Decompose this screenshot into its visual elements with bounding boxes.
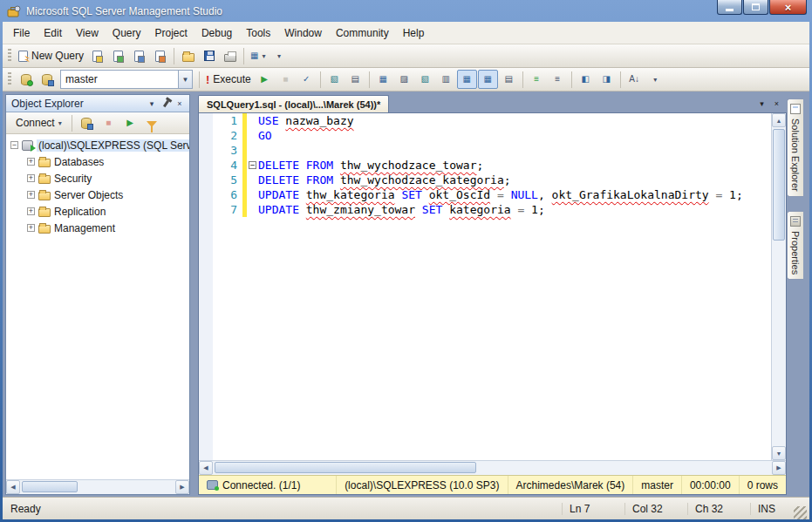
code-editor[interactable]: 1USE nazwa_bazy2GO34−DELETE FROM thw_wyc…: [199, 113, 771, 460]
disconnect-button[interactable]: [77, 113, 97, 132]
editor-hscrollbar[interactable]: ◀ ▶: [199, 460, 786, 475]
uncomment-selection-button[interactable]: ≡: [548, 70, 568, 89]
tree-node-server[interactable]: − (local)\SQLEXPRESS (SQL Server: [6, 137, 189, 153]
code-line[interactable]: 4−DELETE FROM thw_wychodzace_towar;: [199, 158, 771, 173]
menu-item-project[interactable]: Project: [148, 24, 194, 43]
increase-indent-button[interactable]: ◨: [597, 70, 617, 89]
database-engine-query-button[interactable]: [87, 46, 107, 65]
decrease-indent-button[interactable]: ◧: [576, 70, 596, 89]
scroll-right-icon[interactable]: ▶: [772, 461, 786, 475]
tree-node-management[interactable]: + Management: [6, 220, 189, 236]
object-explorer-header[interactable]: Object Explorer ▾ ×: [6, 95, 189, 112]
fold-collapse-icon[interactable]: −: [249, 161, 256, 169]
combo-dropdown-icon[interactable]: ▼: [178, 71, 192, 88]
code-lines[interactable]: 1USE nazwa_bazy2GO34−DELETE FROM thw_wyc…: [199, 113, 771, 217]
menu-item-edit[interactable]: Edit: [37, 24, 69, 43]
code-text[interactable]: UPDATE thw_kategoria SET okt_OscId = NUL…: [258, 187, 743, 202]
tree-expand-icon[interactable]: +: [27, 224, 35, 232]
analysis-mdx-query-button[interactable]: [108, 46, 128, 65]
connect-database-button[interactable]: [16, 70, 36, 89]
auto-hide-pin-button[interactable]: [159, 97, 173, 110]
code-line[interactable]: 3: [199, 143, 771, 158]
code-text[interactable]: USE nazwa_bazy: [258, 113, 354, 128]
document-tab-active[interactable]: SQLQuery1.sql - (local)\...\Marek (54))*: [198, 95, 389, 112]
code-text[interactable]: UPDATE thw_zmiany_towar SET kategoria = …: [258, 202, 545, 217]
print-button[interactable]: [220, 46, 240, 65]
editor-vscrollbar[interactable]: ▲ ▼: [771, 113, 786, 460]
menu-item-community[interactable]: Community: [329, 24, 396, 43]
code-line[interactable]: 1USE nazwa_bazy: [199, 113, 771, 128]
line-number[interactable]: 2: [213, 128, 242, 143]
code-line[interactable]: 2GO: [199, 128, 771, 143]
activity-monitor-button[interactable]: ▦ ▾: [248, 46, 268, 65]
scroll-left-icon[interactable]: ◀: [199, 461, 213, 475]
editor-filler[interactable]: [199, 217, 771, 460]
line-number[interactable]: 1: [213, 113, 242, 128]
line-number[interactable]: 3: [213, 143, 242, 158]
query-options-button[interactable]: ▤: [345, 70, 365, 89]
object-explorer-hscrollbar[interactable]: ◀ ▶: [6, 479, 189, 494]
tree-node-server-objects[interactable]: + Server Objects: [6, 186, 189, 203]
code-line[interactable]: 7UPDATE thw_zmiany_towar SET kategoria =…: [199, 202, 771, 217]
estimated-plan-button[interactable]: ▧: [324, 70, 345, 89]
code-text[interactable]: DELETE FROM thw_wychodzace_towar;: [258, 158, 483, 173]
maximize-button[interactable]: [743, 0, 768, 15]
intellisense-enabled-button[interactable]: ▦: [457, 70, 477, 89]
toolbar-overflow-button[interactable]: ▾: [645, 70, 665, 89]
code-text[interactable]: DELETE FROM thw_wychodzace_kategoria;: [258, 173, 511, 187]
line-number[interactable]: 6: [213, 187, 242, 202]
menu-item-window[interactable]: Window: [277, 24, 329, 43]
parse-button[interactable]: ✓: [297, 70, 317, 89]
line-number[interactable]: 7: [213, 202, 242, 217]
az-sort-button[interactable]: A↓: [624, 70, 645, 89]
menu-item-tools[interactable]: Tools: [239, 24, 277, 43]
scroll-up-icon[interactable]: ▲: [772, 113, 786, 127]
toolbar-grip[interactable]: [8, 72, 11, 86]
include-client-statistics-button[interactable]: ▥: [436, 70, 456, 89]
results-to-file-button[interactable]: ▤: [499, 70, 519, 89]
tree-node-databases[interactable]: + Databases: [6, 153, 189, 170]
open-file-button[interactable]: [178, 46, 198, 65]
close-document-button[interactable]: ×: [770, 97, 783, 110]
active-files-dropdown-button[interactable]: ▾: [755, 97, 768, 110]
scroll-thumb[interactable]: [773, 129, 785, 241]
code-line[interactable]: 6UPDATE thw_kategoria SET okt_OscId = NU…: [199, 187, 771, 202]
scroll-thumb[interactable]: [22, 481, 78, 492]
line-number[interactable]: 5: [213, 173, 242, 187]
object-explorer-tree[interactable]: − (local)\SQLEXPRESS (SQL Server + Datab…: [6, 134, 189, 479]
design-query-button[interactable]: ▦: [373, 70, 393, 89]
analysis-xmla-query-button[interactable]: [150, 46, 170, 65]
tree-expand-icon[interactable]: +: [27, 158, 35, 166]
code-line[interactable]: 5DELETE FROM thw_wychodzace_kategoria;: [199, 173, 771, 187]
line-number[interactable]: 4: [213, 158, 242, 173]
tree-expand-icon[interactable]: +: [27, 207, 35, 215]
tree-expand-icon[interactable]: +: [27, 191, 35, 199]
menu-item-view[interactable]: View: [69, 24, 106, 43]
tree-node-security[interactable]: + Security: [6, 170, 189, 186]
save-button[interactable]: [199, 46, 219, 65]
panel-splitter[interactable]: [190, 94, 198, 495]
scroll-thumb[interactable]: [215, 462, 476, 473]
close-panel-button[interactable]: ×: [173, 97, 187, 110]
connect-dropdown-button[interactable]: Connect ▾: [10, 114, 67, 132]
resize-grip[interactable]: [794, 506, 807, 519]
change-connection-button[interactable]: [37, 70, 57, 89]
new-query-button[interactable]: New Query: [16, 46, 86, 65]
tab-solution-explorer[interactable]: Solution Explorer: [787, 98, 803, 197]
results-to-grid-button[interactable]: ▦: [478, 70, 498, 89]
scroll-down-icon[interactable]: ▼: [772, 446, 786, 460]
filter-button[interactable]: [142, 113, 162, 132]
toolbar-overflow-button[interactable]: ▾: [270, 46, 290, 65]
tree-collapse-icon[interactable]: −: [10, 141, 18, 149]
menu-item-file[interactable]: File: [6, 24, 37, 43]
refresh-button[interactable]: ▶: [120, 113, 140, 132]
debug-button[interactable]: ▶: [255, 70, 275, 89]
menu-item-debug[interactable]: Debug: [194, 24, 239, 43]
menu-item-help[interactable]: Help: [396, 24, 432, 43]
window-position-button[interactable]: ▾: [145, 97, 159, 110]
comment-selection-button[interactable]: ≡: [527, 70, 547, 89]
tree-expand-icon[interactable]: +: [27, 174, 35, 182]
specify-template-values-button[interactable]: ▨: [394, 70, 414, 89]
include-actual-plan-button[interactable]: ▧: [415, 70, 435, 89]
scroll-right-icon[interactable]: ▶: [175, 480, 189, 494]
